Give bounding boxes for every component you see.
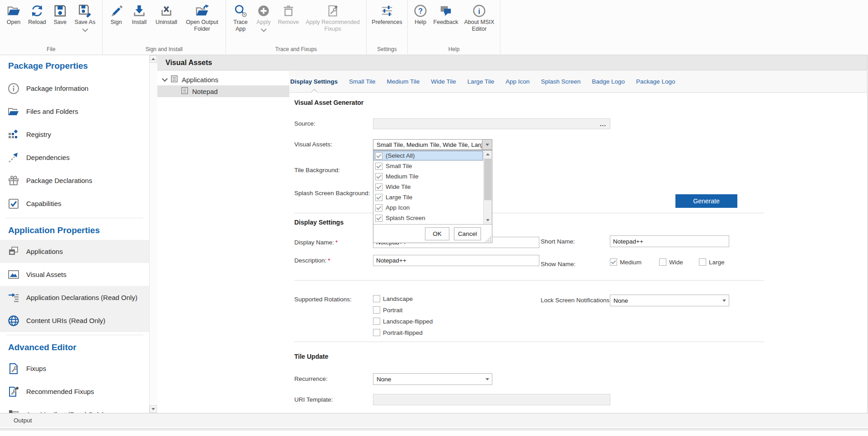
checkbox-icon[interactable]: [375, 163, 382, 170]
combo-dropdown-button[interactable]: [482, 140, 492, 150]
scroll-up-arrow[interactable]: [150, 55, 157, 63]
help-button[interactable]: ? Help: [411, 3, 429, 26]
dropdown-item-app-icon[interactable]: App Icon: [373, 202, 483, 213]
visual-assets-combobox[interactable]: Small Tile, Medium Tile, Wide Tile, Larg…: [373, 139, 492, 150]
checkbox-icon[interactable]: [610, 258, 617, 266]
save-button[interactable]: Save: [51, 3, 70, 26]
checkbox-icon[interactable]: [375, 173, 382, 180]
sidebar-item-fixups[interactable]: Fixups: [0, 357, 150, 380]
dropdown-item-small-tile[interactable]: Small Tile: [373, 161, 483, 171]
lock-screen-notifications-combobox[interactable]: None: [610, 295, 729, 306]
show-name-medium-checkbox[interactable]: Medium: [610, 258, 642, 266]
show-name-large-checkbox[interactable]: Large: [699, 258, 725, 266]
checkbox-icon[interactable]: [373, 329, 380, 336]
lock-screen-notifications-label: Lock Screen Notifications:: [541, 295, 611, 306]
short-name-input[interactable]: [610, 235, 729, 247]
scroll-down-arrow[interactable]: [150, 405, 157, 413]
help-circle-icon: ?: [413, 3, 428, 19]
checkbox-icon[interactable]: [375, 215, 382, 222]
tree-node-notepad[interactable]: Notepad: [157, 85, 289, 97]
sidebar-item-visual-assets[interactable]: Visual Assets: [0, 263, 150, 286]
scroll-down-arrow[interactable]: [484, 216, 492, 224]
checkbox-icon[interactable]: [373, 318, 380, 325]
sidebar-section-title: Advanced Editor: [0, 338, 157, 357]
tab-display-settings[interactable]: Display Settings: [290, 78, 338, 85]
combo-dropdown-button[interactable]: [482, 374, 492, 384]
checkbox-icon[interactable]: [375, 204, 382, 211]
checkbox-icon[interactable]: [375, 183, 382, 191]
source-field[interactable]: ...: [373, 118, 610, 129]
sidebar-item-package-information[interactable]: Package Information: [0, 77, 150, 100]
tab-splash-screen[interactable]: Splash Screen: [541, 78, 580, 85]
scrollbar-thumb[interactable]: [484, 159, 491, 200]
tree-node-applications[interactable]: Applications: [157, 74, 289, 85]
rotation-portrait-checkbox[interactable]: Portrait: [373, 306, 403, 314]
tab-small-tile[interactable]: Small Tile: [349, 78, 376, 85]
sidebar-item-application-declarations[interactable]: Application Declarations (Read Only): [0, 286, 150, 309]
generate-button[interactable]: Generate: [675, 194, 737, 208]
uri-template-field[interactable]: [373, 394, 610, 405]
dropdown-item-medium-tile[interactable]: Medium Tile: [373, 171, 483, 182]
sidebar-item-recommended-fixups[interactable]: Recommended Fixups: [0, 380, 150, 403]
checkbox-icon[interactable]: [375, 152, 382, 159]
apply-button[interactable]: Apply: [253, 3, 274, 31]
sidebar-item-app-manifest[interactable]: App Manifest (Read Only): [0, 403, 150, 413]
sidebar-item-dependencies[interactable]: Dependencies: [0, 146, 150, 169]
sidebar-item-capabilities[interactable]: Capabilities: [0, 192, 150, 215]
dropdown-item-select-all[interactable]: (Select All): [373, 150, 483, 161]
rotation-landscape-checkbox[interactable]: Landscape: [373, 295, 413, 302]
checkbox-icon[interactable]: [659, 258, 666, 266]
dropdown-item-large-tile[interactable]: Large Tile: [373, 192, 483, 202]
checkbox-icon[interactable]: [375, 194, 382, 201]
tab-app-icon[interactable]: App Icon: [505, 78, 529, 85]
remove-button[interactable]: Remove: [276, 3, 301, 26]
dropdown-item-splash-screen[interactable]: Splash Screen: [373, 213, 483, 223]
reload-button[interactable]: Reload: [25, 3, 49, 26]
checkbox-icon[interactable]: [699, 258, 706, 266]
output-bar[interactable]: Output: [0, 413, 868, 427]
fixups-star-doc-icon: [326, 3, 340, 19]
sidebar-item-package-declarations[interactable]: Package Declarations: [0, 169, 150, 192]
trace-app-button[interactable]: Trace App: [230, 3, 251, 33]
tab-wide-tile[interactable]: Wide Tile: [431, 78, 456, 85]
checkbox-icon[interactable]: [373, 295, 380, 302]
checkbox-icon[interactable]: [373, 306, 380, 314]
tree-node-label: Notepad: [192, 88, 218, 95]
sidebar-item-applications[interactable]: Applications: [0, 240, 150, 263]
description-input[interactable]: [373, 255, 539, 266]
tree-expand-chevron-icon[interactable]: [162, 76, 168, 82]
rotation-landscape-flipped-checkbox[interactable]: Landscape-flipped: [373, 318, 433, 325]
about-msix-editor-button[interactable]: i About MSIX Editor: [462, 3, 496, 33]
save-as-button[interactable]: Save As: [71, 3, 99, 31]
tab-medium-tile[interactable]: Medium Tile: [387, 78, 420, 85]
uninstall-button[interactable]: Uninstall: [152, 3, 180, 26]
required-marker: *: [328, 257, 330, 264]
open-button[interactable]: Open: [4, 3, 24, 26]
combo-dropdown-button[interactable]: [719, 295, 729, 306]
section-title-tile-update: Tile Update: [294, 353, 328, 360]
dropdown-scrollbar[interactable]: [483, 150, 492, 224]
dropdown-item-wide-tile[interactable]: Wide Tile: [373, 182, 483, 192]
tab-package-logo[interactable]: Package Logo: [636, 78, 675, 85]
sign-button[interactable]: Sign: [106, 3, 126, 26]
feedback-button[interactable]: Feedback: [431, 3, 460, 26]
recurrence-combobox[interactable]: None: [373, 373, 492, 385]
sidebar-item-content-uris[interactable]: Content URIs (Read Only): [0, 309, 150, 332]
install-arrow-icon: [132, 3, 146, 19]
tab-large-tile[interactable]: Large Tile: [467, 78, 494, 85]
tab-badge-logo[interactable]: Badge Logo: [592, 78, 625, 85]
apply-recommended-fixups-button[interactable]: Apply Recommended Fixups: [303, 3, 363, 33]
sidebar-item-registry[interactable]: Registry: [0, 123, 150, 146]
scroll-up-arrow[interactable]: [484, 150, 492, 158]
install-button[interactable]: Install: [128, 3, 151, 26]
show-name-wide-checkbox[interactable]: Wide: [659, 258, 683, 266]
chevron-down-icon: [486, 144, 489, 146]
cancel-button[interactable]: Cancel: [454, 227, 481, 240]
sidebar-item-files-and-folders[interactable]: Files and Folders: [0, 100, 150, 123]
preferences-button[interactable]: Preferences: [370, 3, 404, 26]
open-output-folder-button[interactable]: Open Output Folder: [182, 3, 222, 33]
source-browse-button[interactable]: ...: [600, 121, 606, 127]
rotation-portrait-flipped-checkbox[interactable]: Portrait-flipped: [373, 329, 423, 336]
sidebar-scrollbar[interactable]: [149, 55, 157, 413]
ok-button[interactable]: OK: [425, 227, 449, 240]
